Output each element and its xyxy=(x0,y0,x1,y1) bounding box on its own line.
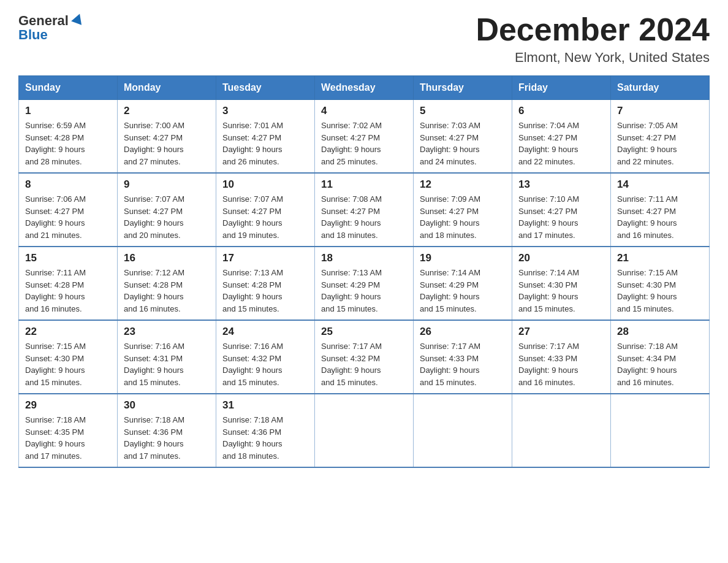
day-info: Sunrise: 7:02 AMSunset: 4:27 PMDaylight:… xyxy=(321,120,407,167)
day-number: 16 xyxy=(124,252,210,264)
table-row: 22 Sunrise: 7:15 AMSunset: 4:30 PMDaylig… xyxy=(19,320,118,394)
day-info: Sunrise: 7:11 AMSunset: 4:28 PMDaylight:… xyxy=(25,267,111,315)
table-row: 11 Sunrise: 7:08 AMSunset: 4:27 PMDaylig… xyxy=(315,173,414,247)
day-number: 12 xyxy=(420,178,506,191)
calendar-table: Sunday Monday Tuesday Wednesday Thursday… xyxy=(18,75,710,468)
table-row: 20 Sunrise: 7:14 AMSunset: 4:30 PMDaylig… xyxy=(512,247,611,320)
day-number: 17 xyxy=(222,252,308,264)
day-number: 7 xyxy=(617,105,703,117)
table-row: 1 Sunrise: 6:59 AMSunset: 4:28 PMDayligh… xyxy=(19,100,118,174)
day-number: 26 xyxy=(420,326,506,338)
table-row: 28 Sunrise: 7:18 AMSunset: 4:34 PMDaylig… xyxy=(611,320,710,394)
day-info: Sunrise: 7:01 AMSunset: 4:27 PMDaylight:… xyxy=(222,120,308,167)
day-info: Sunrise: 7:05 AMSunset: 4:27 PMDaylight:… xyxy=(617,120,703,167)
table-row: 25 Sunrise: 7:17 AMSunset: 4:32 PMDaylig… xyxy=(315,320,414,394)
day-info: Sunrise: 7:10 AMSunset: 4:27 PMDaylight:… xyxy=(518,193,604,241)
day-info: Sunrise: 7:13 AMSunset: 4:29 PMDaylight:… xyxy=(321,267,407,315)
table-row: 13 Sunrise: 7:10 AMSunset: 4:27 PMDaylig… xyxy=(512,173,611,247)
day-number: 13 xyxy=(518,178,604,191)
table-row: 27 Sunrise: 7:17 AMSunset: 4:33 PMDaylig… xyxy=(512,320,611,394)
table-row: 15 Sunrise: 7:11 AMSunset: 4:28 PMDaylig… xyxy=(19,247,118,320)
day-info: Sunrise: 7:18 AMSunset: 4:34 PMDaylight:… xyxy=(617,340,703,388)
day-info: Sunrise: 7:15 AMSunset: 4:30 PMDaylight:… xyxy=(25,340,111,388)
day-number: 2 xyxy=(124,105,210,117)
day-number: 24 xyxy=(222,326,308,338)
day-info: Sunrise: 7:13 AMSunset: 4:28 PMDaylight:… xyxy=(222,267,308,315)
day-number: 18 xyxy=(321,252,407,264)
title-area: December 2024 Elmont, New York, United S… xyxy=(476,12,710,66)
day-number: 6 xyxy=(518,105,604,117)
header-friday: Friday xyxy=(512,76,611,100)
day-number: 15 xyxy=(25,252,111,264)
day-number: 30 xyxy=(124,399,210,412)
day-number: 5 xyxy=(420,105,506,117)
day-number: 3 xyxy=(222,105,308,117)
table-row: 5 Sunrise: 7:03 AMSunset: 4:27 PMDayligh… xyxy=(414,100,512,174)
table-row: 16 Sunrise: 7:12 AMSunset: 4:28 PMDaylig… xyxy=(118,247,216,320)
day-number: 25 xyxy=(321,326,407,338)
table-row: 10 Sunrise: 7:07 AMSunset: 4:27 PMDaylig… xyxy=(216,173,315,247)
table-row xyxy=(512,394,611,467)
page-title: December 2024 xyxy=(476,12,710,47)
calendar-week-row: 22 Sunrise: 7:15 AMSunset: 4:30 PMDaylig… xyxy=(19,320,710,394)
table-row: 30 Sunrise: 7:18 AMSunset: 4:36 PMDaylig… xyxy=(118,394,216,467)
day-info: Sunrise: 7:14 AMSunset: 4:30 PMDaylight:… xyxy=(518,267,604,315)
day-number: 9 xyxy=(124,178,210,191)
calendar-header-row: Sunday Monday Tuesday Wednesday Thursday… xyxy=(19,76,710,100)
day-number: 23 xyxy=(124,326,210,338)
table-row: 18 Sunrise: 7:13 AMSunset: 4:29 PMDaylig… xyxy=(315,247,414,320)
day-number: 11 xyxy=(321,178,407,191)
table-row: 4 Sunrise: 7:02 AMSunset: 4:27 PMDayligh… xyxy=(315,100,414,174)
day-info: Sunrise: 7:03 AMSunset: 4:27 PMDaylight:… xyxy=(420,120,506,167)
table-row: 2 Sunrise: 7:00 AMSunset: 4:27 PMDayligh… xyxy=(118,100,216,174)
table-row: 8 Sunrise: 7:06 AMSunset: 4:27 PMDayligh… xyxy=(19,173,118,247)
table-row xyxy=(315,394,414,467)
day-number: 29 xyxy=(25,399,111,412)
table-row: 29 Sunrise: 7:18 AMSunset: 4:35 PMDaylig… xyxy=(19,394,118,467)
table-row: 14 Sunrise: 7:11 AMSunset: 4:27 PMDaylig… xyxy=(611,173,710,247)
table-row: 6 Sunrise: 7:04 AMSunset: 4:27 PMDayligh… xyxy=(512,100,611,174)
day-info: Sunrise: 7:04 AMSunset: 4:27 PMDaylight:… xyxy=(518,120,604,167)
table-row: 9 Sunrise: 7:07 AMSunset: 4:27 PMDayligh… xyxy=(118,173,216,247)
day-info: Sunrise: 7:11 AMSunset: 4:27 PMDaylight:… xyxy=(617,193,703,241)
day-info: Sunrise: 7:18 AMSunset: 4:36 PMDaylight:… xyxy=(124,414,210,462)
logo: General Blue xyxy=(18,12,85,43)
day-info: Sunrise: 7:18 AMSunset: 4:35 PMDaylight:… xyxy=(25,414,111,462)
table-row: 26 Sunrise: 7:17 AMSunset: 4:33 PMDaylig… xyxy=(414,320,512,394)
day-number: 8 xyxy=(25,178,111,191)
day-number: 27 xyxy=(518,326,604,338)
day-info: Sunrise: 7:16 AMSunset: 4:31 PMDaylight:… xyxy=(124,340,210,388)
table-row: 19 Sunrise: 7:14 AMSunset: 4:29 PMDaylig… xyxy=(414,247,512,320)
day-number: 20 xyxy=(518,252,604,264)
header-saturday: Saturday xyxy=(611,76,710,100)
svg-marker-0 xyxy=(71,12,85,25)
day-info: Sunrise: 7:07 AMSunset: 4:27 PMDaylight:… xyxy=(222,193,308,241)
day-number: 10 xyxy=(222,178,308,191)
table-row: 12 Sunrise: 7:09 AMSunset: 4:27 PMDaylig… xyxy=(414,173,512,247)
day-info: Sunrise: 7:12 AMSunset: 4:28 PMDaylight:… xyxy=(124,267,210,315)
day-info: Sunrise: 7:17 AMSunset: 4:32 PMDaylight:… xyxy=(321,340,407,388)
day-info: Sunrise: 7:17 AMSunset: 4:33 PMDaylight:… xyxy=(518,340,604,388)
day-number: 21 xyxy=(617,252,703,264)
logo-triangle-icon xyxy=(71,12,85,26)
header-sunday: Sunday xyxy=(19,76,118,100)
day-number: 19 xyxy=(420,252,506,264)
day-info: Sunrise: 6:59 AMSunset: 4:28 PMDaylight:… xyxy=(25,120,111,167)
table-row: 17 Sunrise: 7:13 AMSunset: 4:28 PMDaylig… xyxy=(216,247,315,320)
day-info: Sunrise: 7:17 AMSunset: 4:33 PMDaylight:… xyxy=(420,340,506,388)
table-row: 21 Sunrise: 7:15 AMSunset: 4:30 PMDaylig… xyxy=(611,247,710,320)
day-info: Sunrise: 7:15 AMSunset: 4:30 PMDaylight:… xyxy=(617,267,703,315)
calendar-week-row: 8 Sunrise: 7:06 AMSunset: 4:27 PMDayligh… xyxy=(19,173,710,247)
day-number: 14 xyxy=(617,178,703,191)
table-row: 3 Sunrise: 7:01 AMSunset: 4:27 PMDayligh… xyxy=(216,100,315,174)
page-subtitle: Elmont, New York, United States xyxy=(476,50,710,66)
header-thursday: Thursday xyxy=(414,76,512,100)
day-info: Sunrise: 7:08 AMSunset: 4:27 PMDaylight:… xyxy=(321,193,407,241)
table-row xyxy=(414,394,512,467)
table-row: 31 Sunrise: 7:18 AMSunset: 4:36 PMDaylig… xyxy=(216,394,315,467)
header-wednesday: Wednesday xyxy=(315,76,414,100)
day-number: 31 xyxy=(222,399,308,412)
day-info: Sunrise: 7:06 AMSunset: 4:27 PMDaylight:… xyxy=(25,193,111,241)
table-row xyxy=(611,394,710,467)
day-number: 28 xyxy=(617,326,703,338)
